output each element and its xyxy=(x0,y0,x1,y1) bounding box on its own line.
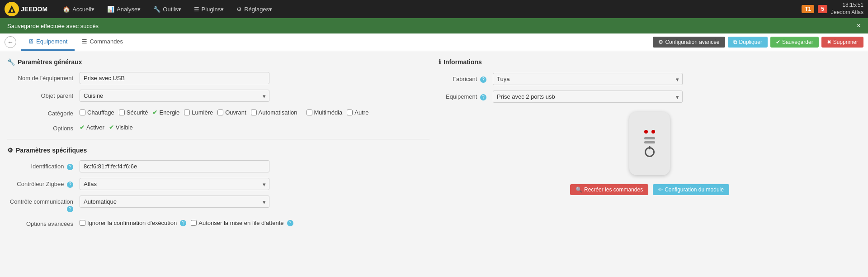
fabricant-select[interactable]: Tuya xyxy=(493,73,683,85)
supprimer-button[interactable]: ✖ Supprimer xyxy=(821,37,863,48)
equipement-info-select-wrapper: Prise avec 2 ports usb xyxy=(493,91,683,103)
nom-equipement-input[interactable] xyxy=(80,72,269,84)
parametres-specifiques-title: ⚙ Paramètres spécifiques xyxy=(7,147,429,154)
bottom-buttons: 🔍 Recréer les commandes ✏ Configuration … xyxy=(439,184,861,195)
logo[interactable]: JEEDOM xyxy=(5,2,47,16)
categorie-securite[interactable]: Sécurité xyxy=(119,109,148,116)
badge-t1[interactable]: T1 xyxy=(802,5,814,13)
option-activer[interactable]: ✔ Activer xyxy=(80,124,104,131)
visible-checkmark: ✔ xyxy=(109,124,114,131)
ignorer-checkbox[interactable] xyxy=(80,220,85,226)
categorie-group: Catégorie Chauffage Sécurité ✔ Energie L… xyxy=(7,107,429,117)
nav-outils[interactable]: 🔧 Outils ▾ xyxy=(147,0,187,18)
categorie-multimedia[interactable]: Multimédia xyxy=(307,109,343,116)
back-button[interactable]: ← xyxy=(5,36,16,48)
commandes-tab-icon: ☰ xyxy=(82,38,87,45)
recreer-commandes-button[interactable]: 🔍 Recréer les commandes xyxy=(570,184,648,195)
dupliquer-button[interactable]: ⧉ Dupliquer xyxy=(728,37,768,48)
nav-right: T1 5 18:15:51 Jeedom Atlas xyxy=(802,2,863,16)
wrench-icon: 🔧 xyxy=(7,58,15,66)
categorie-energie[interactable]: ✔ Energie xyxy=(152,109,179,116)
nav-accueil[interactable]: 🏠 Accueil ▾ xyxy=(57,0,101,18)
nav-analyse[interactable]: 📊 Analyse ▾ xyxy=(101,0,147,18)
nav-plugins[interactable]: ☰ Plugins ▾ xyxy=(188,0,231,18)
categorie-autre[interactable]: Autre xyxy=(347,109,368,116)
categorie-automatisation[interactable]: Automatisation xyxy=(251,109,297,116)
banner-close-button[interactable]: × xyxy=(857,22,861,30)
plug-hole-left xyxy=(644,130,648,134)
recreer-icon: 🔍 xyxy=(576,186,582,193)
categorie-automatisation-checkbox[interactable] xyxy=(251,110,257,115)
ignorer-info-icon[interactable]: ? xyxy=(180,220,186,226)
plug-hole-right xyxy=(651,130,655,134)
options-avancees-checkboxes: Ignorer la confirmation d'exécution ? Au… xyxy=(80,218,293,226)
usb-port-2 xyxy=(644,141,655,143)
logo-text: JEEDOM xyxy=(21,5,47,13)
categorie-autre-checkbox[interactable] xyxy=(347,110,353,115)
option-ignorer[interactable]: Ignorer la confirmation d'exécution ? xyxy=(80,220,186,226)
nav-reglages[interactable]: ⚙ Réglages ▾ xyxy=(230,0,278,18)
equipement-info-select[interactable]: Prise avec 2 ports usb xyxy=(493,91,683,103)
plugins-icon: ☰ xyxy=(194,6,199,13)
tab-equipement[interactable]: 🖥 Equipement xyxy=(21,33,75,51)
controleur-info-icon[interactable]: ? xyxy=(67,181,73,188)
config-avancee-icon: ⚙ xyxy=(658,39,663,45)
top-navigation: JEEDOM 🏠 Accueil ▾ 📊 Analyse ▾ 🔧 Outils … xyxy=(0,0,868,18)
fabricant-select-wrapper: Tuya xyxy=(493,73,683,85)
options-avancees-group: Options avancées Ignorer la confirmation… xyxy=(7,218,429,227)
categorie-ouvrant-checkbox[interactable] xyxy=(217,110,223,115)
controleur-select[interactable]: Atlas xyxy=(80,178,269,190)
tab-actions: ⚙ Configuration avancée ⧉ Dupliquer ✔ Sa… xyxy=(653,37,863,48)
categorie-multimedia-checkbox[interactable] xyxy=(307,110,312,115)
controleur-group: Contrôleur Zigbee ? Atlas xyxy=(7,178,429,190)
controle-select[interactable]: Automatique xyxy=(80,196,269,208)
objet-parent-select[interactable]: Cuisine xyxy=(80,90,269,102)
config-module-icon: ✏ xyxy=(658,186,663,193)
categorie-chauffage[interactable]: Chauffage xyxy=(80,109,114,116)
controle-info-icon[interactable]: ? xyxy=(67,206,73,212)
configuration-module-button[interactable]: ✏ Configuration du module xyxy=(653,184,729,195)
option-autoriser[interactable]: Autoriser la mise en file d'attente ? xyxy=(191,220,293,226)
sauvegarder-icon: ✔ xyxy=(776,39,780,45)
svg-rect-1 xyxy=(11,10,13,12)
tab-bar: ← 🖥 Equipement ☰ Commandes ⚙ Configurati… xyxy=(0,33,868,51)
controleur-label: Contrôleur Zigbee ? xyxy=(7,178,80,188)
fabricant-label: Fabricant ? xyxy=(439,76,493,83)
identification-label: Identification ? xyxy=(7,160,80,170)
fabricant-info-icon[interactable]: ? xyxy=(480,76,486,83)
categorie-label: Catégorie xyxy=(7,107,80,117)
autoriser-checkbox[interactable] xyxy=(191,220,197,226)
outils-icon: 🔧 xyxy=(153,6,160,13)
nom-equipement-group: Nom de l'équipement xyxy=(7,72,429,84)
config-avancee-button[interactable]: ⚙ Configuration avancée xyxy=(653,37,725,48)
success-message: Sauvegarde effectuée avec succès xyxy=(7,23,99,29)
badge-5[interactable]: 5 xyxy=(818,5,827,13)
section-separator xyxy=(7,139,429,139)
autoriser-info-icon[interactable]: ? xyxy=(287,220,293,226)
info-icon-section: ℹ xyxy=(439,58,441,66)
device-image-container xyxy=(439,112,861,175)
equipement-info-icon[interactable]: ? xyxy=(480,94,486,100)
categorie-lumiere[interactable]: Lumière xyxy=(184,109,213,116)
categorie-lumiere-checkbox[interactable] xyxy=(184,110,190,115)
categorie-securite-checkbox[interactable] xyxy=(119,110,125,115)
option-visible[interactable]: ✔ Visible xyxy=(109,124,133,131)
activer-checkmark: ✔ xyxy=(80,124,85,131)
identification-input[interactable] xyxy=(80,160,269,172)
sauvegarder-button[interactable]: ✔ Sauvegarder xyxy=(770,37,819,48)
categorie-ouvrant[interactable]: Ouvrant xyxy=(217,109,246,116)
fabricant-group: Fabricant ? Tuya xyxy=(439,73,861,85)
objet-parent-select-wrapper: Cuisine xyxy=(80,90,269,102)
logo-icon xyxy=(5,2,19,16)
nom-equipement-label: Nom de l'équipement xyxy=(7,72,80,81)
objet-parent-label: Objet parent xyxy=(7,90,80,99)
equipement-tab-icon: 🖥 xyxy=(28,38,34,45)
identification-info-icon[interactable]: ? xyxy=(67,164,73,170)
tab-commandes[interactable]: ☰ Commandes xyxy=(75,33,130,51)
analyse-icon: 📊 xyxy=(107,6,114,13)
usb-ports xyxy=(644,137,655,143)
energie-checkmark: ✔ xyxy=(152,109,157,116)
options-label: Options xyxy=(7,122,80,132)
identification-group: Identification ? xyxy=(7,160,429,172)
categorie-chauffage-checkbox[interactable] xyxy=(80,110,85,115)
